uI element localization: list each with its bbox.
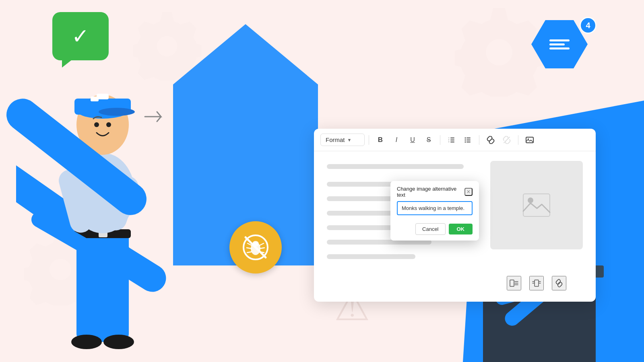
toolbar-separator-3: [479, 135, 479, 145]
svg-point-12: [94, 122, 99, 127]
italic-button[interactable]: I: [389, 133, 404, 147]
modal-title: Change image alternative text: [397, 186, 464, 198]
image-align-center-icon: [532, 279, 541, 288]
hex-line-2: [549, 43, 565, 45]
svg-rect-28: [466, 140, 471, 140]
svg-line-31: [504, 137, 510, 143]
cancel-button[interactable]: Cancel: [415, 223, 445, 235]
strikethrough-button[interactable]: S: [421, 133, 436, 147]
svg-line-52: [247, 252, 252, 253]
text-line-7: [327, 254, 415, 259]
hex-line-3: [549, 47, 570, 49]
gear-icon-top-right: [455, 8, 543, 97]
unlink-button[interactable]: [500, 133, 514, 147]
image-link-icon: [555, 279, 564, 288]
alt-text-dialog: Change image alternative text × Cancel O…: [390, 181, 479, 241]
bug-icon: [242, 233, 270, 261]
check-icon: ✓: [72, 24, 89, 48]
svg-rect-19: [450, 138, 454, 138]
svg-point-18: [103, 335, 134, 349]
svg-point-11: [99, 108, 135, 116]
modal-input-area: [390, 201, 479, 220]
image-align-left-button[interactable]: [507, 276, 521, 290]
bold-button[interactable]: B: [373, 133, 388, 147]
image-align-left-icon: [510, 279, 518, 288]
svg-line-53: [260, 243, 264, 245]
image-placeholder-icon: [522, 193, 551, 217]
image-align-center-button[interactable]: [529, 276, 544, 290]
alt-text-input[interactable]: [397, 201, 473, 215]
unordered-list-button[interactable]: [460, 133, 475, 147]
format-dropdown[interactable]: Format ▼: [320, 134, 365, 146]
hex-line-1: [549, 39, 570, 41]
modal-actions: Cancel OK: [390, 220, 479, 241]
image-icon: [526, 136, 534, 144]
editor-toolbar: Format ▼ B I U S 1 2 3: [314, 129, 596, 151]
svg-point-27: [465, 139, 466, 140]
hex-lines: [549, 39, 570, 49]
hex-badge-content: [549, 39, 570, 49]
format-label: Format: [326, 136, 345, 143]
notification-count-badge: 4: [580, 17, 597, 34]
toolbar-separator-2: [440, 135, 440, 145]
ordered-list-icon: 1 2 3: [448, 136, 455, 144]
svg-rect-26: [466, 138, 471, 138]
underline-button[interactable]: U: [405, 133, 420, 147]
modal-close-button[interactable]: ×: [464, 188, 473, 196]
svg-point-13: [106, 122, 111, 127]
unlink-icon: [503, 136, 511, 144]
image-button[interactable]: [522, 133, 537, 147]
svg-point-25: [465, 137, 466, 138]
ordered-list-button[interactable]: 1 2 3: [444, 133, 459, 147]
svg-rect-36: [510, 280, 514, 286]
svg-rect-21: [450, 142, 454, 142]
svg-rect-20: [450, 140, 454, 140]
svg-rect-30: [466, 142, 471, 142]
image-link-button[interactable]: [552, 276, 566, 290]
svg-point-29: [465, 141, 466, 142]
svg-point-35: [528, 197, 533, 203]
svg-point-49: [252, 241, 259, 247]
modal-header: Change image alternative text ×: [390, 181, 479, 201]
unordered-list-icon: [464, 136, 471, 144]
content-image-placeholder: [490, 161, 583, 249]
link-icon: [487, 136, 495, 144]
svg-point-17: [71, 335, 102, 349]
svg-rect-10: [97, 94, 109, 99]
toolbar-separator-1: [369, 135, 369, 145]
link-button[interactable]: [483, 133, 498, 147]
svg-rect-40: [535, 280, 539, 286]
svg-text:3: 3: [448, 141, 450, 143]
bug-badge: [229, 221, 282, 274]
svg-rect-32: [526, 137, 533, 143]
svg-rect-34: [523, 194, 550, 216]
ok-button[interactable]: OK: [449, 224, 473, 234]
green-check-badge: ✓: [52, 12, 109, 60]
image-toolbar: [490, 276, 583, 290]
chevron-down-icon: ▼: [347, 138, 352, 142]
toolbar-separator-4: [518, 135, 518, 145]
text-line-1: [327, 164, 464, 169]
